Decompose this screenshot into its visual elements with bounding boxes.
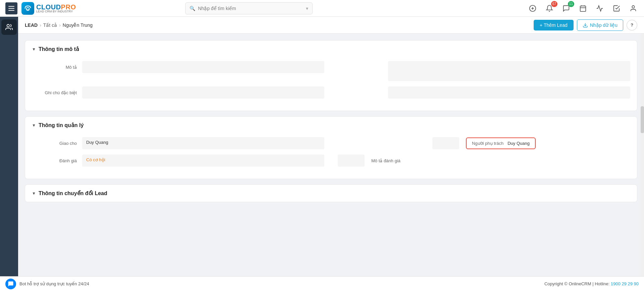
label-giao-cho: Giao cho [32, 141, 82, 146]
breadcrumb-actions: + Thêm Lead Nhập dữ liệu ? [534, 19, 637, 31]
highlight-nguoi-phu-trach[interactable]: Người phụ trách Duy Quang [466, 137, 536, 149]
value-mo-ta[interactable] [82, 61, 324, 73]
section-chuyen-doi-header[interactable]: ▼ Thông tin chuyển đổi Lead [25, 185, 637, 202]
value-giao-cho[interactable]: Duy Quang [82, 137, 324, 149]
value-danh-gia[interactable]: Có cơ hội [82, 155, 324, 167]
form-row-mo-ta: Mô tả [32, 61, 630, 81]
calendar-button[interactable] [578, 3, 588, 14]
nguoi-phu-trach-label: Người phụ trách [472, 141, 503, 146]
footer-copyright: Copyright © OnlineCRM | Hotline: [544, 281, 611, 286]
section-quan-ly-header[interactable]: ▼ Thông tin quản lý [25, 117, 637, 134]
section-mo-ta-title: Thông tin mô tả [39, 46, 79, 52]
help-button[interactable]: ? [627, 20, 637, 31]
svg-rect-4 [580, 6, 586, 11]
form-col-mo-ta-left: Mô tả [32, 61, 324, 73]
form-col-ghi-chu-right [338, 86, 630, 99]
section-quan-ly-title: Thông tin quản lý [39, 122, 84, 128]
value-mo-ta-right[interactable] [388, 61, 630, 81]
section-mo-ta-arrow: ▼ [32, 47, 36, 52]
form-col-mo-ta-right [338, 61, 630, 81]
svg-point-9 [7, 24, 9, 27]
nav-icons: 67 11 [527, 3, 639, 14]
section-chuyen-doi-arrow: ▼ [32, 191, 36, 196]
hamburger-menu[interactable] [5, 2, 17, 14]
sidebar-item-contacts[interactable] [1, 19, 17, 35]
footer-chat-text: Bot hỗ trợ sử dụng trực tuyến 24/24 [19, 281, 89, 286]
footer-right: Copyright © OnlineCRM | Hotline: 1900 29… [544, 281, 639, 286]
main-content: ▼ Thông tin mô tả Mô tả Ghi chú đặc biệt [18, 34, 644, 291]
scrollbar-thumb[interactable] [641, 106, 644, 133]
breadcrumb-root[interactable]: LEAD [25, 22, 38, 28]
search-bar[interactable]: 🔍 ▾ [185, 2, 313, 14]
add-lead-button[interactable]: + Thêm Lead [534, 20, 574, 31]
search-dropdown-icon: ▾ [306, 6, 308, 11]
breadcrumb: LEAD › Tất cả › Nguyễn Trung [25, 22, 93, 28]
form-col-nguoi-phu-trach: Người phụ trách Duy Quang [338, 137, 630, 149]
breadcrumb-sep-2: › [59, 22, 61, 28]
footer: Bot hỗ trợ sử dụng trực tuyến 24/24 Copy… [0, 276, 644, 291]
value-ghi-chu[interactable] [82, 86, 324, 99]
search-icon: 🔍 [190, 6, 195, 11]
nguoi-phu-trach-value: Duy Quang [507, 141, 530, 146]
notifications-button[interactable]: 67 [544, 3, 555, 14]
value-right-spacer [432, 137, 459, 149]
message-badge: 11 [568, 1, 574, 7]
form-col-danh-gia: Đánh giá Có cơ hội [32, 155, 324, 167]
label-mo-ta: Mô tả [32, 65, 82, 70]
add-button[interactable] [527, 3, 538, 14]
section-chuyen-doi: ▼ Thông tin chuyển đổi Lead [25, 184, 637, 202]
analytics-button[interactable] [594, 3, 605, 14]
tasks-button[interactable] [611, 3, 622, 14]
form-row-giao-cho: Giao cho Duy Quang Người phụ trách Duy Q… [32, 137, 630, 149]
logo[interactable]: CLOUDPRO LEAD CRM BY INDUSTRY [21, 2, 76, 15]
logo-icon [21, 2, 34, 15]
form-col-ghi-chu-left: Ghi chú đặc biệt [32, 86, 324, 99]
import-label: Nhập dữ liệu [590, 22, 618, 28]
search-input[interactable] [198, 6, 303, 11]
notification-badge: 67 [551, 1, 557, 7]
section-quan-ly: ▼ Thông tin quản lý Giao cho Duy Quang N… [25, 116, 637, 179]
breadcrumb-sep-1: › [40, 22, 41, 28]
form-row-danh-gia: Đánh giá Có cơ hội Mô tả đánh giá [32, 155, 630, 167]
section-quan-ly-arrow: ▼ [32, 123, 36, 128]
breadcrumb-bar: LEAD › Tất cả › Nguyễn Trung + Thêm Lead… [18, 17, 644, 34]
logo-sub: LEAD CRM BY INDUSTRY [36, 10, 76, 13]
scrollbar-track [641, 34, 644, 276]
form-row-ghi-chu: Ghi chú đặc biệt [32, 86, 630, 99]
chat-bubble-icon [5, 279, 16, 289]
navbar: CLOUDPRO LEAD CRM BY INDUSTRY 🔍 ▾ 67 11 [0, 0, 644, 17]
breadcrumb-all[interactable]: Tất cả [43, 22, 57, 28]
label-ghi-chu: Ghi chú đặc biệt [32, 90, 82, 95]
help-icon: ? [631, 22, 633, 27]
value-ghi-chu-right[interactable] [388, 86, 630, 99]
footer-chat[interactable]: Bot hỗ trợ sử dụng trực tuyến 24/24 [5, 279, 89, 289]
section-chuyen-doi-title: Thông tin chuyển đổi Lead [39, 190, 107, 196]
form-col-giao-cho: Giao cho Duy Quang [32, 137, 324, 149]
label-mo-ta-danh-gia: Mô tả đánh giá [371, 158, 422, 163]
svg-point-8 [632, 5, 634, 8]
section-mo-ta-header[interactable]: ▼ Thông tin mô tả [25, 41, 637, 58]
import-icon [583, 22, 588, 28]
section-quan-ly-body: Giao cho Duy Quang Người phụ trách Duy Q… [25, 134, 637, 179]
footer-hotline[interactable]: 1900 29 29 90 [611, 281, 639, 286]
breadcrumb-current: Nguyễn Trung [63, 22, 93, 28]
form-col-mo-ta-danh-gia: Mô tả đánh giá [338, 155, 630, 167]
section-mo-ta: ▼ Thông tin mô tả Mô tả Ghi chú đặc biệt [25, 40, 637, 111]
value-right-spacer2 [338, 155, 365, 167]
messages-button[interactable]: 11 [561, 3, 572, 14]
sidebar [0, 17, 18, 291]
label-danh-gia: Đánh giá [32, 158, 82, 163]
import-button[interactable]: Nhập dữ liệu [577, 19, 623, 31]
profile-button[interactable] [628, 3, 639, 14]
section-mo-ta-body: Mô tả Ghi chú đặc biệt [25, 58, 637, 111]
